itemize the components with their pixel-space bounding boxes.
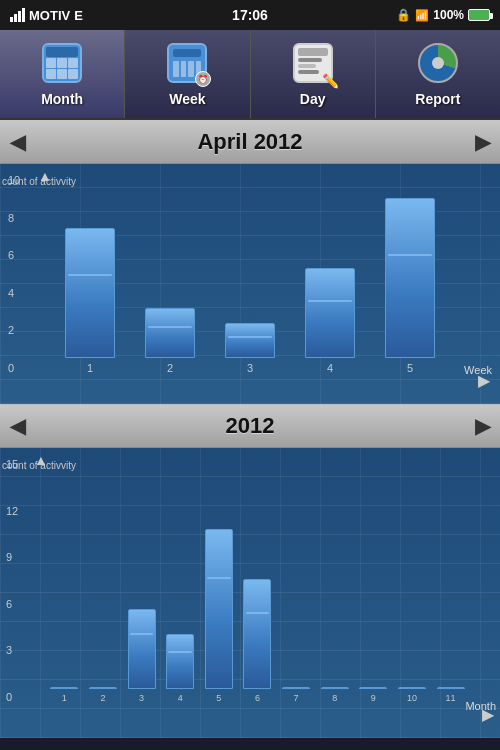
nav2-prev-button[interactable]: ◀ bbox=[10, 414, 25, 438]
tab-day-label: Day bbox=[300, 91, 326, 107]
chart2-bar-6 bbox=[243, 579, 271, 689]
y-label-10: 10 bbox=[8, 174, 20, 186]
chart2-bar-label-1: 1 bbox=[62, 693, 67, 703]
chart2-bar-group-4: 4 bbox=[166, 634, 194, 703]
bar-label-2: 2 bbox=[167, 362, 173, 374]
chart2-bar-label-8: 8 bbox=[332, 693, 337, 703]
y-label-8: 8 bbox=[8, 212, 20, 224]
chart2-bar-group-5: 5 bbox=[205, 529, 233, 703]
tab-month-label: Month bbox=[41, 91, 83, 107]
y2-label-15: 15 bbox=[6, 458, 18, 470]
bar-group-5: 5 bbox=[385, 198, 435, 374]
signal-icon bbox=[10, 8, 25, 22]
nav1-prev-button[interactable]: ◀ bbox=[10, 130, 25, 154]
bar-2 bbox=[145, 308, 195, 358]
y-label-4: 4 bbox=[8, 287, 20, 299]
chart2-bar-label-4: 4 bbox=[178, 693, 183, 703]
chart2-bar-group-7: 7 bbox=[282, 687, 310, 703]
bar-3-highlight bbox=[228, 336, 271, 338]
carrier-label: MOTIV bbox=[29, 8, 70, 23]
chart2-bar-group-1: 1 bbox=[50, 687, 78, 703]
status-time: 17:06 bbox=[232, 7, 268, 23]
chart2-y-arrow: ▲ bbox=[34, 452, 48, 468]
wifi-icon: 📶 bbox=[415, 9, 429, 22]
bar-label-3: 3 bbox=[247, 362, 253, 374]
chart2-bar-group-9: 9 bbox=[359, 687, 387, 703]
chart2-bar-8 bbox=[321, 687, 349, 689]
bar-5-highlight bbox=[388, 254, 431, 256]
chart2-bar-10 bbox=[398, 687, 426, 689]
bar-label-5: 5 bbox=[407, 362, 413, 374]
chart-1: count of activvity 0 2 4 6 8 10 ▲ 1 bbox=[0, 164, 500, 404]
day-icon: ✏️ bbox=[291, 41, 335, 85]
network-label: E bbox=[74, 8, 83, 23]
nav-bar-1: ◀ April 2012 ▶ bbox=[0, 120, 500, 164]
chart2-bar-3-highlight bbox=[130, 633, 153, 635]
chart2-bar-11 bbox=[437, 687, 465, 689]
y-label-2: 2 bbox=[8, 324, 20, 336]
chart-section-1: count of activvity 0 2 4 6 8 10 ▲ 1 bbox=[0, 164, 500, 404]
status-right: 🔒 📶 100% bbox=[396, 8, 490, 22]
bar-1-highlight bbox=[68, 274, 111, 276]
month-calendar-icon bbox=[42, 43, 82, 83]
chart2-bar-group-3: 3 bbox=[128, 609, 156, 703]
bar-label-1: 1 bbox=[87, 362, 93, 374]
chart2-bars: 1 2 3 4 bbox=[45, 458, 470, 703]
y2-label-9: 9 bbox=[6, 551, 18, 563]
chart2-bar-9 bbox=[359, 687, 387, 689]
chart2-bar-label-6: 6 bbox=[255, 693, 260, 703]
bar-group-1: 1 bbox=[65, 228, 115, 374]
chart-2: count of activvity 0 3 6 9 12 15 ▲ 1 2 bbox=[0, 448, 500, 738]
lock-icon: 🔒 bbox=[396, 8, 411, 22]
bar-1 bbox=[65, 228, 115, 358]
tab-report[interactable]: Report bbox=[376, 30, 500, 118]
y-label-6: 6 bbox=[8, 249, 20, 261]
chart2-bar-group-11: 11 bbox=[437, 687, 465, 703]
nav1-title: April 2012 bbox=[197, 129, 302, 155]
chart2-bar-label-11: 11 bbox=[446, 693, 456, 703]
y2-label-0: 0 bbox=[6, 691, 18, 703]
report-pie-icon bbox=[418, 43, 458, 83]
chart2-bar-5 bbox=[205, 529, 233, 689]
chart2-bar-label-9: 9 bbox=[371, 693, 376, 703]
bar-group-2: 2 bbox=[145, 308, 195, 374]
chart2-y-axis: 0 3 6 9 12 15 bbox=[6, 458, 18, 703]
chart1-bars: 1 2 3 4 bbox=[50, 174, 450, 374]
y-label-0: 0 bbox=[8, 362, 20, 374]
chart2-bar-group-8: 8 bbox=[321, 687, 349, 703]
tab-day[interactable]: ✏️ Day bbox=[251, 30, 376, 118]
tab-month[interactable]: Month bbox=[0, 30, 125, 118]
bar-4 bbox=[305, 268, 355, 358]
tab-week[interactable]: ⏰ Week bbox=[125, 30, 250, 118]
chart2-bar-2 bbox=[89, 687, 117, 689]
bar-5 bbox=[385, 198, 435, 358]
chart1-y-axis: 0 2 4 6 8 10 bbox=[8, 174, 20, 374]
y2-label-3: 3 bbox=[6, 644, 18, 656]
nav2-title: 2012 bbox=[226, 413, 275, 439]
week-icon: ⏰ bbox=[165, 41, 209, 85]
chart2-bar-label-2: 2 bbox=[100, 693, 105, 703]
nav-bar-2: ◀ 2012 ▶ bbox=[0, 404, 500, 448]
y2-label-6: 6 bbox=[6, 598, 18, 610]
chart2-bar-group-6: 6 bbox=[243, 579, 271, 703]
bar-group-3: 3 bbox=[225, 323, 275, 374]
nav1-next-button[interactable]: ▶ bbox=[475, 130, 490, 154]
clock-badge: ⏰ bbox=[195, 71, 211, 87]
chart2-bar-4 bbox=[166, 634, 194, 689]
pencil-badge: ✏️ bbox=[322, 73, 339, 89]
chart2-bar-5-highlight bbox=[207, 577, 230, 579]
status-bar: MOTIV E 17:06 🔒 📶 100% bbox=[0, 0, 500, 30]
tab-week-label: Week bbox=[169, 91, 205, 107]
chart2-bar-1 bbox=[50, 687, 78, 689]
battery-icon bbox=[468, 9, 490, 21]
tab-report-label: Report bbox=[415, 91, 460, 107]
bar-group-4: 4 bbox=[305, 268, 355, 374]
chart-section-2: count of activvity 0 3 6 9 12 15 ▲ 1 2 bbox=[0, 448, 500, 738]
bar-2-highlight bbox=[148, 326, 191, 328]
bar-label-4: 4 bbox=[327, 362, 333, 374]
nav2-next-button[interactable]: ▶ bbox=[475, 414, 490, 438]
tab-bar: Month ⏰ Week ✏️ bbox=[0, 30, 500, 120]
bar-3 bbox=[225, 323, 275, 358]
chart2-bar-7 bbox=[282, 687, 310, 689]
chart2-bar-6-highlight bbox=[246, 612, 269, 614]
